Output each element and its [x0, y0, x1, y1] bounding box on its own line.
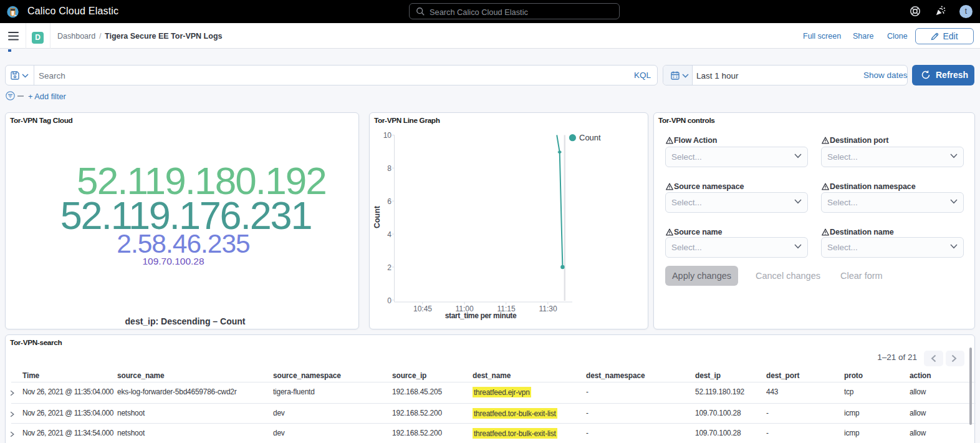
svg-text:Count: Count: [579, 133, 601, 142]
